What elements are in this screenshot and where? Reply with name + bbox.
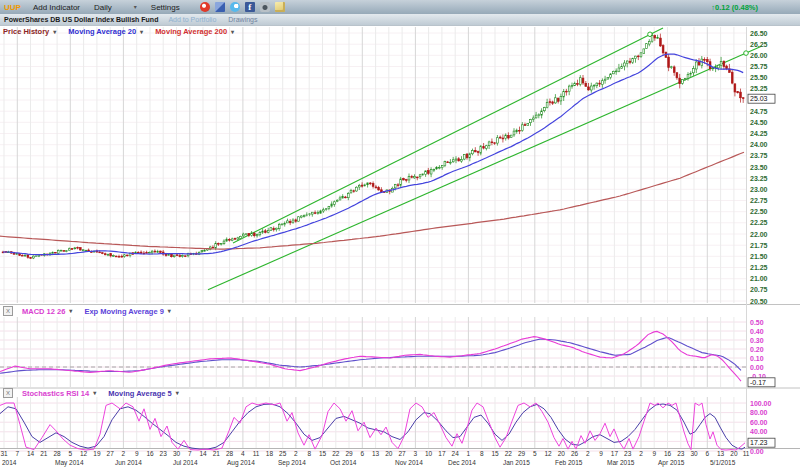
svg-text:25: 25	[279, 450, 287, 457]
svg-text:7: 7	[188, 450, 192, 457]
svg-text:18: 18	[266, 450, 274, 457]
price-indicator-row: Price History▾ Moving Average 20▾ Moving…	[3, 27, 242, 36]
share-icons: f	[200, 2, 285, 12]
ma5-dropdown[interactable]: Moving Average 5	[108, 389, 172, 398]
svg-text:5: 5	[68, 450, 72, 457]
svg-text:3: 3	[414, 450, 418, 457]
chevron-down-icon: ▾	[69, 308, 72, 314]
svg-text:Jul 2014: Jul 2014	[173, 459, 198, 466]
macd-header-row: X MACD 12 26▾ Exp Moving Average 9▾	[3, 306, 179, 316]
add-to-portfolio-link[interactable]: Add to Portfolio	[168, 16, 216, 23]
svg-text:19: 19	[93, 450, 101, 457]
price-history-dropdown[interactable]: Price History	[3, 27, 49, 36]
twitter-icon[interactable]	[230, 2, 240, 12]
svg-text:9: 9	[652, 450, 656, 457]
svg-text:26.50: 26.50	[750, 30, 768, 37]
macd-dropdown[interactable]: MACD 12 26	[22, 307, 65, 316]
svg-text:22.50: 22.50	[750, 208, 768, 215]
drawings-link[interactable]: Drawings	[228, 16, 257, 23]
svg-text:Feb 2015: Feb 2015	[555, 459, 583, 466]
svg-text:23.50: 23.50	[750, 164, 768, 171]
svg-text:24.25: 24.25	[750, 130, 768, 137]
svg-text:0.20: 0.20	[750, 346, 764, 353]
add-indicator-button[interactable]: Add Indicator	[33, 3, 80, 12]
close-icon[interactable]: X	[3, 388, 13, 398]
svg-text:13: 13	[717, 450, 725, 457]
facebook-icon[interactable]: f	[245, 2, 255, 12]
svg-text:May 2014: May 2014	[55, 459, 84, 467]
record-icon[interactable]	[200, 2, 210, 12]
chevron-down-icon: ▾	[140, 29, 143, 35]
svg-text:25.03: 25.03	[750, 95, 768, 102]
svg-text:20.75: 20.75	[750, 286, 768, 293]
svg-text:20: 20	[558, 450, 566, 457]
ma200-dropdown[interactable]: Moving Average 200	[155, 27, 227, 36]
svg-text:30: 30	[173, 450, 181, 457]
svg-text:0.30: 0.30	[750, 337, 764, 344]
ma20-dropdown[interactable]: Moving Average 20	[68, 27, 136, 36]
svg-text:40.00: 40.00	[750, 428, 768, 435]
notes-icon[interactable]	[275, 2, 285, 12]
symbol-label[interactable]: UUP	[4, 3, 21, 12]
svg-text:22.75: 22.75	[750, 197, 768, 204]
svg-text:13: 13	[372, 450, 380, 457]
exp-ma9-dropdown[interactable]: Exp Moving Average 9	[84, 307, 163, 316]
svg-text:23: 23	[677, 450, 685, 457]
svg-text:28: 28	[53, 450, 61, 457]
svg-text:26.25: 26.25	[750, 41, 768, 48]
svg-text:25.25: 25.25	[750, 85, 768, 92]
chevron-down-icon: ▾	[134, 4, 137, 10]
cube-icon[interactable]	[215, 2, 225, 12]
svg-text:80.00: 80.00	[750, 409, 768, 416]
svg-text:26: 26	[571, 450, 579, 457]
svg-text:21: 21	[213, 450, 221, 457]
camera-icon[interactable]	[260, 2, 270, 12]
svg-text:Jan 2015: Jan 2015	[503, 459, 530, 466]
chevron-down-icon: ▾	[53, 29, 56, 35]
svg-text:21.50: 21.50	[750, 253, 768, 260]
svg-text:21.00: 21.00	[750, 275, 768, 282]
svg-text:Dec 2014: Dec 2014	[448, 459, 476, 466]
svg-text:31: 31	[0, 450, 8, 457]
svg-text:17: 17	[611, 450, 619, 457]
svg-text:2014: 2014	[2, 459, 17, 466]
svg-text:24: 24	[452, 450, 460, 457]
interval-select[interactable]: Daily ▾	[94, 3, 137, 12]
svg-text:Jun 2014: Jun 2014	[115, 459, 142, 466]
svg-text:14: 14	[199, 450, 207, 457]
svg-text:0.40: 0.40	[750, 328, 764, 335]
svg-text:2: 2	[122, 450, 126, 457]
main-toolbar: UUP Add Indicator Daily ▾ Settings f ↑0.…	[0, 0, 800, 14]
svg-text:11: 11	[743, 450, 750, 457]
svg-text:0.00: 0.00	[750, 448, 764, 455]
chevron-down-icon: ▾	[93, 390, 96, 396]
svg-text:21.25: 21.25	[750, 264, 768, 271]
svg-text:24.50: 24.50	[750, 119, 768, 126]
svg-text:24.75: 24.75	[750, 108, 768, 115]
svg-text:0.10: 0.10	[750, 355, 764, 362]
svg-text:27: 27	[107, 450, 115, 457]
stoch-rsi-dropdown[interactable]: Stochastics RSI 14	[22, 389, 89, 398]
price-change-badge: ↑0.12 (0.48%)	[711, 3, 758, 12]
svg-text:1: 1	[467, 450, 471, 457]
svg-text:7: 7	[15, 450, 19, 457]
svg-text:22.25: 22.25	[750, 219, 768, 226]
settings-button[interactable]: Settings	[151, 3, 180, 12]
svg-text:23: 23	[160, 450, 168, 457]
svg-text:5: 5	[533, 450, 537, 457]
svg-text:9: 9	[599, 450, 603, 457]
close-icon[interactable]: X	[3, 306, 13, 316]
svg-text:Mar 2015: Mar 2015	[607, 459, 635, 466]
svg-text:21: 21	[40, 450, 48, 457]
svg-text:0.50: 0.50	[750, 319, 764, 326]
stock-chart-app: { "toolbar": { "symbol": "UUP", "add_ind…	[0, 0, 800, 469]
svg-text:Apr 2015: Apr 2015	[658, 459, 685, 467]
svg-text:17.23: 17.23	[750, 439, 768, 446]
stoch-header-row: X Stochastics RSI 14▾ Moving Average 5▾	[3, 388, 187, 398]
svg-text:11: 11	[253, 450, 260, 457]
chart-canvas[interactable]: 26.5026.2526.0025.7525.5025.2524.7524.50…	[0, 0, 800, 469]
svg-text:25.75: 25.75	[750, 63, 768, 70]
svg-text:14: 14	[27, 450, 35, 457]
svg-text:Aug 2014: Aug 2014	[227, 459, 255, 467]
svg-text:8: 8	[480, 450, 484, 457]
